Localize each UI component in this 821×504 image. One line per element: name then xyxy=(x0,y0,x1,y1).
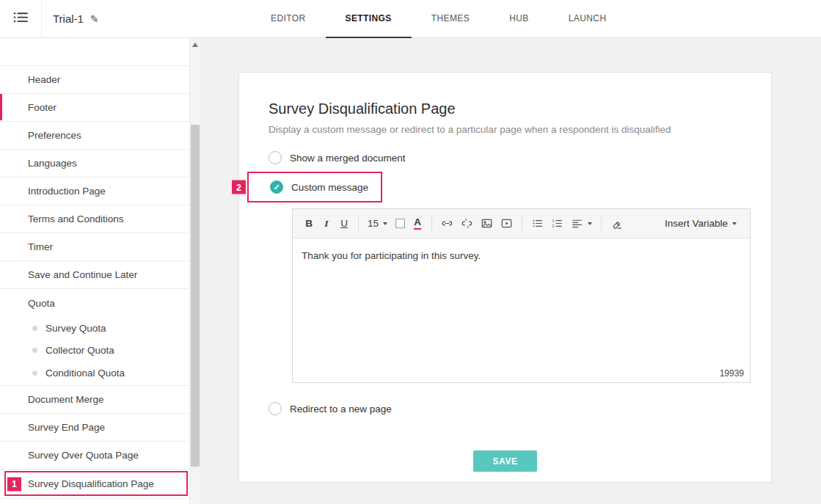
sidebar-item-label: Survey Over Quota Page xyxy=(28,450,139,461)
rich-text-editor: BIU15A12Insert Variable Thank you for pa… xyxy=(292,208,751,383)
sidebar-item-survey-disqualification-page[interactable]: Survey Disqualification Page1 xyxy=(0,470,189,499)
settings-nav: HeaderFooterPreferencesLanguagesIntroduc… xyxy=(0,38,189,504)
sidebar-item-footer[interactable]: Footer xyxy=(0,94,189,122)
page-subtitle: Display a custom message or redirect to … xyxy=(269,124,742,135)
sidebar-scrollbar[interactable] xyxy=(189,38,200,504)
bold-icon[interactable]: B xyxy=(300,214,318,233)
toolbar-divider xyxy=(358,216,359,231)
annotation-box-2: 2 Custom message xyxy=(247,172,382,202)
radio-redirect-new-page[interactable]: Redirect to a new page xyxy=(269,402,742,415)
numbered-list-icon[interactable]: 12 xyxy=(547,214,567,233)
sidebar-item-conditional-quota[interactable]: Conditional Quota xyxy=(0,361,189,386)
sidebar-item-label: Terms and Conditions xyxy=(28,213,124,224)
survey-title: Trial-1 xyxy=(53,12,84,25)
sidebar-item-label: Timer xyxy=(28,241,53,252)
toolbar-divider xyxy=(431,216,432,231)
sidebar-item-label: Collector Quota xyxy=(45,345,114,356)
main-panel: Survey Disqualification Page Display a c… xyxy=(200,38,821,504)
text-color-icon[interactable]: A xyxy=(409,214,426,233)
radio-label: Show a merged document xyxy=(290,153,406,164)
sidebar-item-label: Footer xyxy=(28,102,56,113)
annotation-step-1: 1 xyxy=(7,477,21,491)
font-size-select[interactable]: 15 xyxy=(364,214,391,233)
sidebar-item-terms-and-conditions[interactable]: Terms and Conditions xyxy=(0,205,189,233)
toolbar-divider xyxy=(601,216,602,231)
radio-custom-message[interactable]: Custom message xyxy=(270,180,368,194)
sidebar-spacer xyxy=(0,38,189,66)
settings-sidebar: HeaderFooterPreferencesLanguagesIntroduc… xyxy=(0,38,200,504)
underline-icon[interactable]: U xyxy=(335,214,353,233)
save-row: SAVE xyxy=(269,450,742,472)
sidebar-item-document-merge[interactable]: Document Merge xyxy=(0,386,189,414)
chevron-down-icon xyxy=(732,222,737,225)
sidebar-item-label: Header xyxy=(28,74,60,85)
italic-icon[interactable]: I xyxy=(318,214,335,233)
chevron-down-icon xyxy=(383,222,387,225)
character-count: 19939 xyxy=(720,368,744,379)
sidebar-item-timer[interactable]: Timer xyxy=(0,233,189,261)
sidebar-item-collector-quota[interactable]: Collector Quota xyxy=(0,339,189,361)
radio-show-merged-document[interactable]: Show a merged document xyxy=(269,151,742,164)
editor-content: Thank you for participating in this surv… xyxy=(302,250,741,261)
disqualification-card: Survey Disqualification Page Display a c… xyxy=(238,72,772,483)
radio-circle-merged-document[interactable] xyxy=(269,151,282,164)
save-button[interactable]: SAVE xyxy=(473,450,537,472)
tab-bar: EDITORSETTINGSTHEMESHUBLAUNCH xyxy=(251,0,626,38)
tab-hub[interactable]: HUB xyxy=(489,0,549,38)
tab-launch[interactable]: LAUNCH xyxy=(549,0,627,38)
radio-circle-redirect[interactable] xyxy=(269,402,282,415)
toolbar-divider xyxy=(522,216,522,231)
edit-title-icon[interactable]: ✎ xyxy=(90,13,99,25)
video-icon[interactable] xyxy=(497,214,517,233)
bullet-list-icon[interactable] xyxy=(528,214,547,233)
sidebar-item-languages[interactable]: Languages xyxy=(0,150,189,178)
sidebar-item-label: Save and Continue Later xyxy=(28,269,137,280)
fill-color-icon[interactable] xyxy=(391,214,409,233)
sidebar-item-header[interactable]: Header xyxy=(0,66,189,94)
bullet-icon xyxy=(32,370,37,376)
annotation-step-2: 2 xyxy=(232,180,246,194)
sidebar-item-label: Introduction Page xyxy=(28,186,106,197)
align-select[interactable] xyxy=(567,214,596,233)
disqualification-options: Show a merged document 2 Custom message … xyxy=(269,151,742,415)
sidebar-item-quota[interactable]: Quota xyxy=(0,289,189,317)
tab-themes[interactable]: THEMES xyxy=(412,0,489,38)
sidebar-item-preferences[interactable]: Preferences xyxy=(0,122,189,150)
survey-title-group: Trial-1 ✎ xyxy=(53,12,99,25)
radio-circle-custom-message[interactable] xyxy=(270,180,283,194)
unlink-icon[interactable] xyxy=(457,214,477,233)
scroll-up-icon[interactable] xyxy=(192,43,198,47)
chevron-down-icon xyxy=(588,222,592,225)
bullet-icon xyxy=(32,326,37,331)
survey-list-button[interactable] xyxy=(0,0,42,38)
bullet-icon xyxy=(32,348,37,353)
scrollbar-thumb[interactable] xyxy=(191,125,200,467)
sidebar-item-label: Survey Quota xyxy=(45,323,106,334)
radio-label: Redirect to a new page xyxy=(290,403,392,414)
link-icon[interactable] xyxy=(437,214,457,233)
sidebar-item-label: Conditional Quota xyxy=(45,368,125,379)
image-icon[interactable] xyxy=(477,214,497,233)
sidebar-item-label: Document Merge xyxy=(28,394,104,405)
list-menu-icon xyxy=(13,11,28,26)
insert-variable-button[interactable]: Insert Variable xyxy=(665,218,737,229)
topbar: Trial-1 ✎ EDITORSETTINGSTHEMESHUBLAUNCH xyxy=(0,0,821,38)
sidebar-item-introduction-page[interactable]: Introduction Page xyxy=(0,178,189,205)
svg-text:1: 1 xyxy=(552,219,555,223)
sidebar-item-label: Preferences xyxy=(28,130,81,141)
sidebar-item-survey-quota[interactable]: Survey Quota xyxy=(0,317,189,339)
sidebar-item-survey-over-quota-page[interactable]: Survey Over Quota Page xyxy=(0,442,189,470)
editor-toolbar: BIU15A12Insert Variable xyxy=(293,209,750,238)
tab-editor[interactable]: EDITOR xyxy=(251,0,326,38)
sidebar-item-survey-end-page[interactable]: Survey End Page xyxy=(0,414,189,442)
sidebar-item-label: Survey Disqualification Page xyxy=(28,478,154,489)
editor-text-area[interactable]: Thank you for participating in this surv… xyxy=(293,238,750,382)
sidebar-item-save-and-continue-later[interactable]: Save and Continue Later xyxy=(0,261,189,289)
clear-format-icon[interactable] xyxy=(607,214,627,233)
sidebar-item-label: Languages xyxy=(28,158,77,169)
tab-settings[interactable]: SETTINGS xyxy=(326,0,412,38)
sidebar-item-label: Survey End Page xyxy=(28,422,105,433)
svg-text:2: 2 xyxy=(552,224,555,228)
radio-label: Custom message xyxy=(291,182,368,193)
annotation-edge-mark xyxy=(0,94,2,120)
